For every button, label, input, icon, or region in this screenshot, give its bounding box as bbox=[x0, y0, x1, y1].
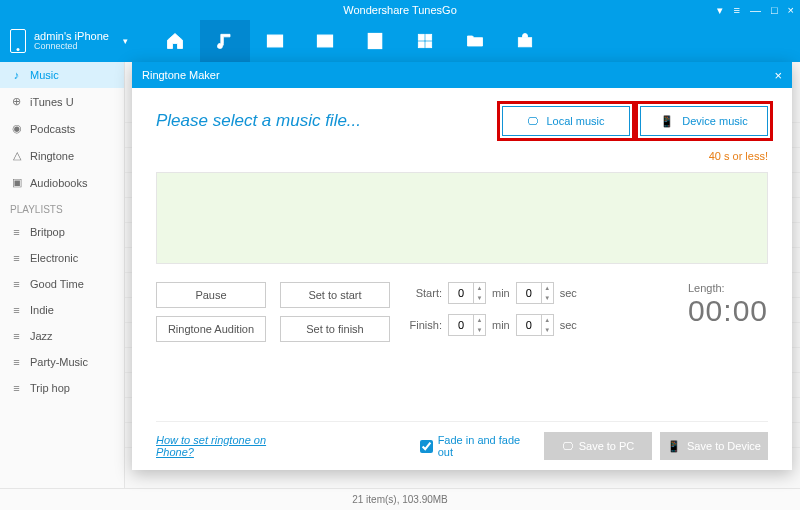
playlist-icon: ≡ bbox=[10, 330, 23, 342]
sidebar-item-podcasts[interactable]: ◉Podcasts bbox=[0, 115, 124, 142]
playlist-icon: ≡ bbox=[10, 356, 23, 368]
bell-icon: △ bbox=[10, 149, 23, 162]
button-label: Device music bbox=[682, 115, 747, 127]
help-link[interactable]: How to set ringtone on Phone? bbox=[156, 434, 294, 458]
prompt-text: Please select a music file... bbox=[156, 111, 361, 131]
sidebar-item-label: Indie bbox=[30, 304, 54, 316]
playlists-header: PLAYLISTS bbox=[0, 196, 124, 219]
finish-sec-input[interactable] bbox=[517, 315, 541, 335]
phone-icon bbox=[10, 29, 26, 53]
sidebar-playlist[interactable]: ≡Britpop bbox=[0, 219, 124, 245]
playlist-icon: ≡ bbox=[10, 382, 23, 394]
finish-min-stepper[interactable]: ▲▼ bbox=[448, 314, 486, 336]
sidebar-item-label: Ringtone bbox=[30, 150, 74, 162]
tab-contacts[interactable] bbox=[350, 20, 400, 62]
sidebar-playlist[interactable]: ≡Trip hop bbox=[0, 375, 124, 401]
pause-button[interactable]: Pause bbox=[156, 282, 266, 308]
sec-label: sec bbox=[560, 287, 577, 299]
svg-rect-8 bbox=[426, 42, 432, 48]
local-music-button[interactable]: 🖵 Local music bbox=[502, 106, 630, 136]
menu-icon[interactable]: ≡ bbox=[733, 4, 739, 16]
sidebar-playlist[interactable]: ≡Electronic bbox=[0, 245, 124, 271]
fade-checkbox[interactable]: Fade in and fade out bbox=[420, 434, 528, 458]
maximize-button[interactable]: □ bbox=[771, 4, 778, 16]
playlist-icon: ≡ bbox=[10, 304, 23, 316]
minimize-button[interactable]: — bbox=[750, 4, 761, 16]
waveform-area[interactable] bbox=[156, 172, 768, 264]
finish-sec-stepper[interactable]: ▲▼ bbox=[516, 314, 554, 336]
sidebar-playlist[interactable]: ≡Party-Music bbox=[0, 349, 124, 375]
start-min-stepper[interactable]: ▲▼ bbox=[448, 282, 486, 304]
status-bar: 21 item(s), 103.90MB bbox=[0, 488, 800, 510]
close-icon[interactable]: × bbox=[774, 68, 782, 83]
finish-label: Finish: bbox=[404, 319, 442, 331]
save-to-pc-button[interactable]: 🖵Save to PC bbox=[544, 432, 652, 460]
start-sec-input[interactable] bbox=[517, 283, 541, 303]
audition-button[interactable]: Ringtone Audition bbox=[156, 316, 266, 342]
window-buttons: ▾ ≡ — □ × bbox=[717, 0, 794, 20]
titlebar: Wondershare TunesGo ▾ ≡ — □ × bbox=[0, 0, 800, 20]
finish-min-input[interactable] bbox=[449, 315, 473, 335]
fade-checkbox-input[interactable] bbox=[420, 440, 433, 453]
sidebar-item-label: Good Time bbox=[30, 278, 84, 290]
sidebar-playlist[interactable]: ≡Jazz bbox=[0, 323, 124, 349]
monitor-icon: 🖵 bbox=[562, 440, 573, 452]
ringtone-maker-dialog: Ringtone Maker × Please select a music f… bbox=[132, 62, 792, 470]
sidebar-playlist[interactable]: ≡Good Time bbox=[0, 271, 124, 297]
sidebar-item-audiobooks[interactable]: ▣Audiobooks bbox=[0, 169, 124, 196]
device-status: Connected bbox=[34, 42, 109, 52]
fade-label: Fade in and fade out bbox=[438, 434, 528, 458]
sidebar-item-label: Party-Music bbox=[30, 356, 88, 368]
tab-video[interactable] bbox=[250, 20, 300, 62]
sidebar-item-label: Britpop bbox=[30, 226, 65, 238]
length-value: 00:00 bbox=[688, 294, 768, 328]
playlist-icon: ≡ bbox=[10, 278, 23, 290]
sidebar-item-label: Trip hop bbox=[30, 382, 70, 394]
phone-icon: 📱 bbox=[667, 440, 681, 453]
tab-music[interactable] bbox=[200, 20, 250, 62]
monitor-icon: 🖵 bbox=[527, 115, 538, 127]
playlist-icon: ≡ bbox=[10, 226, 23, 238]
svg-rect-6 bbox=[426, 34, 432, 40]
tab-apps[interactable] bbox=[400, 20, 450, 62]
sidebar: ♪Music ⊕iTunes U ◉Podcasts △Ringtone ▣Au… bbox=[0, 62, 125, 488]
sidebar-item-music[interactable]: ♪Music bbox=[0, 62, 124, 88]
main-toolbar: admin's iPhone Connected ▾ bbox=[0, 20, 800, 62]
sidebar-item-label: Podcasts bbox=[30, 123, 75, 135]
playlist-icon: ≡ bbox=[10, 252, 23, 264]
start-min-input[interactable] bbox=[449, 283, 473, 303]
duration-limit: 40 s or less! bbox=[156, 150, 768, 162]
tab-toolbox[interactable] bbox=[500, 20, 550, 62]
start-label: Start: bbox=[404, 287, 442, 299]
sidebar-item-ringtone[interactable]: △Ringtone bbox=[0, 142, 124, 169]
music-icon: ♪ bbox=[10, 69, 23, 81]
sidebar-item-label: Jazz bbox=[30, 330, 53, 342]
dialog-title: Ringtone Maker bbox=[142, 69, 220, 81]
chevron-down-icon: ▾ bbox=[123, 36, 128, 46]
svg-rect-9 bbox=[518, 38, 531, 47]
button-label: Local music bbox=[546, 115, 604, 127]
sidebar-item-label: Music bbox=[30, 69, 59, 81]
user-icon[interactable]: ▾ bbox=[717, 4, 723, 17]
sidebar-item-label: Electronic bbox=[30, 252, 78, 264]
tab-photos[interactable] bbox=[300, 20, 350, 62]
tab-home[interactable] bbox=[150, 20, 200, 62]
save-to-device-button[interactable]: 📱Save to Device bbox=[660, 432, 768, 460]
sidebar-item-itunesu[interactable]: ⊕iTunes U bbox=[0, 88, 124, 115]
device-selector[interactable]: admin's iPhone Connected ▾ bbox=[0, 29, 140, 53]
set-finish-button[interactable]: Set to finish bbox=[280, 316, 390, 342]
device-music-button[interactable]: 📱 Device music bbox=[640, 106, 768, 136]
start-sec-stepper[interactable]: ▲▼ bbox=[516, 282, 554, 304]
sec-label: sec bbox=[560, 319, 577, 331]
sidebar-item-label: Audiobooks bbox=[30, 177, 88, 189]
set-start-button[interactable]: Set to start bbox=[280, 282, 390, 308]
nav-tabs bbox=[150, 20, 550, 62]
status-text: 21 item(s), 103.90MB bbox=[352, 494, 448, 505]
svg-rect-7 bbox=[418, 42, 424, 48]
min-label: min bbox=[492, 287, 510, 299]
tab-files[interactable] bbox=[450, 20, 500, 62]
close-button[interactable]: × bbox=[788, 4, 794, 16]
sidebar-playlist[interactable]: ≡Indie bbox=[0, 297, 124, 323]
sidebar-item-label: iTunes U bbox=[30, 96, 74, 108]
length-label: Length: bbox=[688, 282, 768, 294]
